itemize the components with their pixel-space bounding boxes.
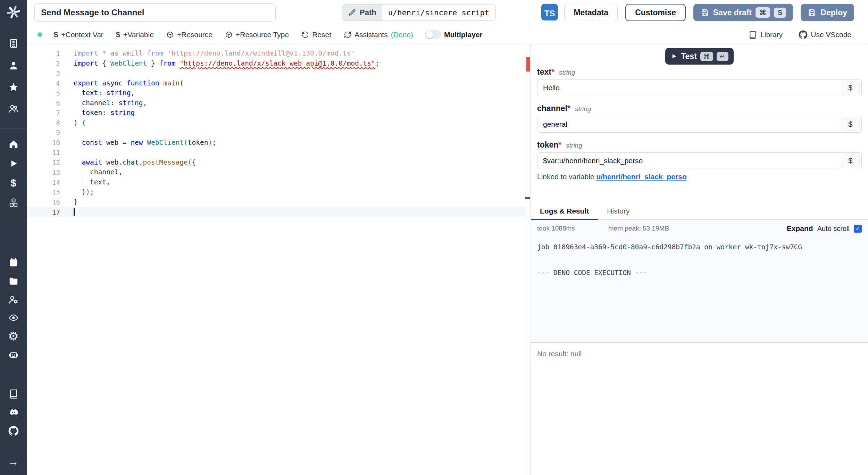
customise-button[interactable]: Customise: [625, 4, 686, 21]
insert-variable-button[interactable]: $: [841, 155, 860, 167]
expand-button[interactable]: Expand: [787, 224, 813, 233]
field-label: text*string: [537, 67, 862, 77]
line-number: 8: [27, 118, 66, 128]
sidebar-item-book[interactable]: [0, 388, 27, 400]
line-content: });: [66, 187, 531, 197]
text-field-input[interactable]: [537, 80, 861, 96]
insert-variable-button[interactable]: $: [841, 118, 860, 131]
code-line-17: 17: [27, 207, 531, 217]
args-form: Test ⌘ ↵ text*string$channel*string$toke…: [531, 44, 868, 189]
field-type: string: [566, 142, 582, 149]
toolbar-item-reset[interactable]: Reset: [301, 31, 331, 39]
line-number: 7: [27, 108, 66, 118]
text-cursor: [74, 208, 75, 216]
sidebar-item-eye[interactable]: [0, 311, 27, 324]
editor-overview-ruler[interactable]: [525, 44, 531, 475]
field-type: string: [575, 105, 591, 112]
cursor-marker: [525, 197, 530, 199]
save-draft-label: Save draft: [713, 8, 752, 17]
sidebar-item-play[interactable]: [0, 157, 27, 170]
windmill-logo[interactable]: [0, 5, 27, 20]
token-field-input[interactable]: [537, 153, 861, 169]
line-number: 17: [27, 207, 66, 217]
test-label: Test: [681, 52, 697, 61]
tab-logs-result[interactable]: Logs & Result: [531, 202, 598, 220]
field-text: text*string$: [537, 67, 862, 96]
code-editor[interactable]: 1import * as wmill from 'https://deno.la…: [27, 44, 531, 475]
sidebar-item-robot[interactable]: [0, 349, 27, 361]
windmill-script-editor: $⚙→ Path u/henri/sincere_script TS Metad…: [0, 0, 868, 475]
preview-panel: Test ⌘ ↵ text*string$channel*string$toke…: [531, 44, 868, 475]
toolbar-item-assistants[interactable]: Assistants (Deno): [344, 31, 413, 39]
robot-icon: [8, 350, 19, 360]
code-line-14: 14 text,: [27, 177, 531, 188]
toolbar-item-variable[interactable]: $+Variable: [116, 31, 154, 39]
result-tabs: Logs & ResultHistory: [531, 202, 868, 220]
required-asterisk: *: [558, 140, 561, 149]
path-value: u/henri/sincere_script: [382, 5, 495, 20]
arrow-right-icon: →: [8, 457, 19, 467]
error-marker: [526, 57, 530, 72]
deploy-button[interactable]: Deploy: [801, 4, 854, 21]
sidebar-item-building[interactable]: [0, 37, 27, 50]
package-icon: [166, 31, 174, 39]
sidebar-item-discord[interactable]: [0, 406, 27, 419]
use-vscode-button[interactable]: Use VScode: [799, 30, 851, 39]
top-bar: Path u/henri/sincere_script TS Metadata …: [27, 0, 868, 25]
field-label: channel*string: [537, 104, 862, 113]
metadata-button[interactable]: Metadata: [564, 4, 618, 21]
sidebar-item-cubes[interactable]: [0, 197, 27, 209]
pencil-icon: [348, 8, 356, 17]
line-number: 5: [27, 88, 66, 98]
linked-variable-link[interactable]: u/henri/henri_slack_perso: [596, 173, 686, 181]
play-icon: [8, 158, 19, 169]
path-chip[interactable]: Path u/henri/sincere_script: [342, 4, 496, 21]
save-draft-button[interactable]: Save draft ⌘ S: [693, 4, 793, 21]
result-output: No result: null: [531, 343, 868, 475]
sidebar-item-user-cog[interactable]: [0, 293, 27, 306]
tab-history[interactable]: History: [598, 202, 639, 220]
top-actions: Metadata Customise Save draft ⌘ S Deploy: [564, 3, 854, 22]
sidebar-item-user[interactable]: [0, 59, 27, 72]
library-button[interactable]: Library: [748, 30, 783, 39]
script-title-input[interactable]: [34, 3, 276, 22]
toolbar-item-context-var[interactable]: $+Context Var: [54, 31, 103, 39]
channel-field-input[interactable]: [537, 116, 861, 132]
sidebar-item-users[interactable]: [0, 102, 27, 115]
path-edit-button[interactable]: Path: [342, 5, 382, 20]
kbd-cmd: ⌘: [700, 52, 713, 61]
multiplayer-toggle[interactable]: [425, 30, 441, 39]
code-line-11: 11: [27, 148, 531, 158]
required-asterisk: *: [567, 104, 570, 113]
sidebar-item-gear[interactable]: ⚙: [0, 330, 27, 342]
sidebar-item-star[interactable]: [0, 81, 27, 93]
autoscroll-label: Auto scroll: [817, 225, 850, 233]
vscode-label: Use VScode: [811, 31, 851, 39]
line-content: await web.chat.postMessage({: [66, 158, 531, 168]
sidebar-item-github[interactable]: [0, 425, 27, 437]
sidebar-item-calendar[interactable]: [0, 256, 27, 269]
save-icon: [808, 8, 817, 17]
code-line-5: 5 text: string,: [27, 88, 531, 98]
autoscroll-checkbox[interactable]: ✓: [854, 225, 862, 233]
sidebar-item-home[interactable]: [0, 138, 27, 150]
code-lines: 1import * as wmill from 'https://deno.la…: [27, 49, 531, 217]
toolbar-item-resource[interactable]: +Resource: [166, 31, 212, 39]
toolbar-item-resource-type[interactable]: +Resource Type: [225, 31, 289, 39]
toolbar-item-label: Reset: [312, 31, 331, 39]
test-button[interactable]: Test ⌘ ↵: [665, 48, 734, 65]
save-icon: [700, 8, 709, 17]
sidebar-item-dollar[interactable]: $: [0, 177, 27, 189]
refresh-icon: [344, 31, 351, 39]
sidebar-item-folder[interactable]: [0, 275, 27, 288]
toggle-knob: [426, 31, 433, 38]
log-line: [537, 253, 862, 266]
multiplayer-control: Multiplayer: [425, 30, 483, 39]
code-line-4: 4export async function main(: [27, 78, 531, 89]
sidebar-item-arrow-right[interactable]: →: [0, 456, 27, 468]
field-label: token*string: [537, 140, 862, 150]
logs-output[interactable]: job 018963e4-a369-5cd0-80a9-c6d298b7fb2a…: [531, 237, 868, 342]
code-line-8: 8) {: [27, 118, 531, 128]
insert-variable-button[interactable]: $: [841, 82, 860, 94]
toolbar-item-label: +Variable: [123, 31, 154, 39]
